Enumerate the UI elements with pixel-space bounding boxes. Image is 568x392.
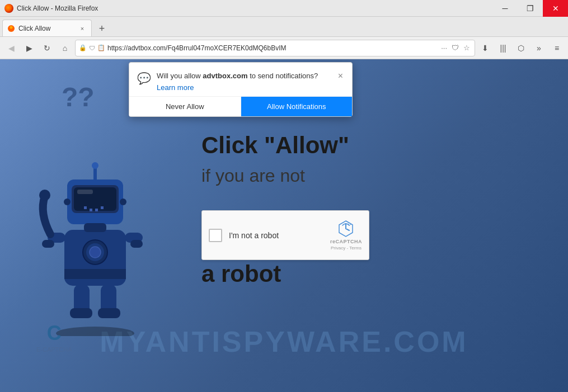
bookmark-shield-icon[interactable]: 🛡 xyxy=(450,42,460,53)
svg-rect-15 xyxy=(101,206,104,209)
never-allow-button[interactable]: Never Allow xyxy=(129,97,241,116)
ecaptcha-label: E-CAPTCHA xyxy=(36,346,72,353)
recaptcha-widget: I'm not a robot reCAPTCHA Privacy - Term… xyxy=(201,210,369,260)
popup-header: 💬 Will you allow advtbox.com to send not… xyxy=(129,63,352,96)
question-marks: ?? xyxy=(62,82,95,112)
url-bar[interactable]: 🔒 🛡 📋 https://advtbox.com/Fq4Brrul047moX… xyxy=(75,40,475,56)
minimize-button[interactable]: ─ xyxy=(492,0,518,17)
title-bar-left: Click Allow - Mozilla Firefox xyxy=(4,4,98,13)
svg-rect-26 xyxy=(98,308,120,318)
svg-rect-4 xyxy=(64,269,126,279)
notification-bell-icon: 💬 xyxy=(137,72,151,85)
restore-button[interactable]: ❐ xyxy=(518,0,543,17)
svg-rect-12 xyxy=(84,206,87,209)
security-icon: 🔒 xyxy=(79,44,87,51)
svg-rect-25 xyxy=(70,308,92,318)
recaptcha-label: I'm not a robot xyxy=(229,231,323,240)
url-text: https://advtbox.com/Fq4Brrul047moXCER7EK… xyxy=(107,44,438,52)
allow-notifications-button[interactable]: Allow Notifications xyxy=(241,97,353,116)
title-bar-controls: ─ ❐ ✕ xyxy=(492,0,568,17)
svg-point-22 xyxy=(39,190,50,201)
svg-rect-11 xyxy=(77,190,93,194)
recaptcha-logo-icon xyxy=(337,220,355,238)
new-tab-button[interactable]: + xyxy=(94,21,110,36)
firefox-logo-icon xyxy=(4,4,13,13)
recaptcha-brand: reCAPTCHA xyxy=(330,239,362,244)
nav-bar: ◀ ▶ ↻ ⌂ 🔒 🛡 📋 https://advtbox.com/Fq4Brr… xyxy=(0,37,568,59)
svg-rect-21 xyxy=(130,240,143,248)
a-robot-text: a robot xyxy=(201,261,281,287)
reload-button[interactable]: ↻ xyxy=(39,40,55,56)
url-actions: ··· 🛡 ☆ xyxy=(440,42,471,53)
more-icon[interactable]: ··· xyxy=(440,42,448,53)
site-name: advtbox.com xyxy=(203,72,247,80)
title-bar: Click Allow - Mozilla Firefox ─ ❐ ✕ xyxy=(0,0,568,17)
popup-body: Will you allow advtbox.com to send notif… xyxy=(157,70,331,92)
extensions-button[interactable]: » xyxy=(531,40,547,56)
tab-bar: Click Allow × + xyxy=(0,17,568,37)
recaptcha-logo-area: reCAPTCHA Privacy - Terms xyxy=(330,220,362,251)
page-content: MYANTISPYWARE.COM ?? xyxy=(0,59,568,392)
star-icon[interactable]: ☆ xyxy=(462,42,471,53)
sync-button[interactable]: ⬡ xyxy=(513,40,529,56)
shield-icon: 🛡 xyxy=(89,45,95,51)
notification-popup: 💬 Will you allow advtbox.com to send not… xyxy=(129,62,353,117)
svg-rect-14 xyxy=(95,209,98,211)
recaptcha-checkbox[interactable] xyxy=(209,229,222,242)
svg-rect-13 xyxy=(90,209,92,211)
svg-rect-27 xyxy=(84,223,106,232)
svg-point-28 xyxy=(64,199,71,205)
back-button[interactable]: ◀ xyxy=(3,40,19,56)
recaptcha-links: Privacy - Terms xyxy=(331,245,362,251)
privacy-link[interactable]: Privacy xyxy=(331,245,345,251)
close-button[interactable]: ✕ xyxy=(543,0,568,17)
download-button[interactable]: ⬇ xyxy=(477,40,493,56)
nav-right: ⬇ ||| ⬡ » ≡ xyxy=(477,40,565,56)
tab-favicon xyxy=(7,25,15,32)
window-title: Click Allow - Mozilla Firefox xyxy=(17,4,98,12)
terms-link[interactable]: Terms xyxy=(349,245,362,251)
home-button[interactable]: ⌂ xyxy=(57,40,73,56)
library-button[interactable]: ||| xyxy=(495,40,511,56)
svg-point-17 xyxy=(92,162,98,169)
popup-buttons: Never Allow Allow Notifications xyxy=(129,96,352,116)
svg-point-1 xyxy=(10,26,13,29)
tab-title: Click Allow xyxy=(18,25,74,32)
svg-point-7 xyxy=(90,247,101,258)
popup-question: Will you allow advtbox.com to send notif… xyxy=(157,72,318,80)
ecaptcha-logo: C xyxy=(36,322,72,345)
svg-rect-19 xyxy=(42,240,54,248)
forward-button[interactable]: ▶ xyxy=(21,40,37,56)
ecaptcha-section: C E-CAPTCHA xyxy=(36,322,72,353)
learn-more-link[interactable]: Learn more xyxy=(157,83,331,92)
active-tab[interactable]: Click Allow × xyxy=(2,20,92,36)
click-allow-heading: Click "Allow" xyxy=(201,132,349,159)
tab-close-button[interactable]: × xyxy=(78,24,87,33)
menu-button[interactable]: ≡ xyxy=(549,40,565,56)
if-not-robot-text: if you are not xyxy=(201,166,305,186)
svg-point-29 xyxy=(120,199,126,205)
popup-close-button[interactable]: × xyxy=(337,70,344,82)
permissions-icon: 📋 xyxy=(97,44,105,51)
svg-rect-16 xyxy=(93,167,97,181)
